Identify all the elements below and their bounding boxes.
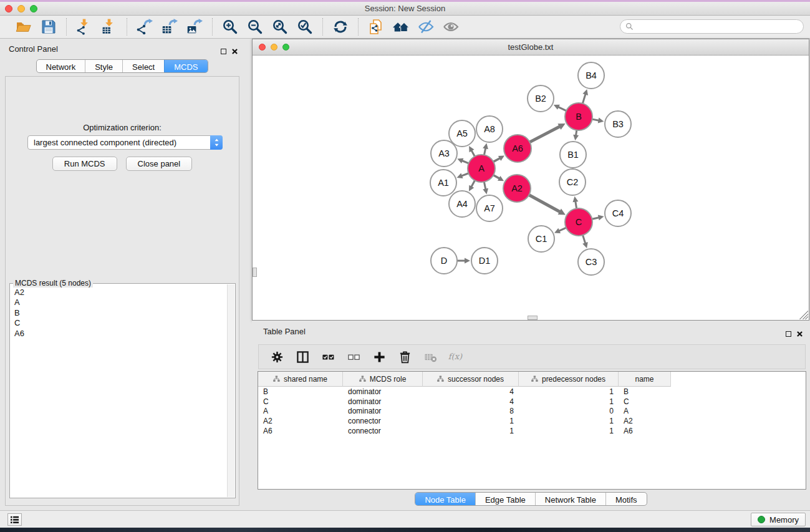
network-canvas[interactable]: B4B2BB3A5A8A6B1A3AC2A1A2A4A7C4CC1C3DD1	[253, 56, 808, 320]
edge-B-B1[interactable]	[576, 130, 577, 136]
table-row[interactable]: A6connector11A6	[258, 426, 806, 436]
add-button[interactable]	[371, 349, 387, 365]
edge-A-A3[interactable]	[462, 161, 469, 163]
edge-A-A1[interactable]	[461, 173, 468, 176]
show-details-button[interactable]	[441, 17, 461, 36]
graph-node-B1[interactable]: B1	[560, 142, 586, 168]
export-network-button[interactable]	[135, 17, 155, 36]
search-box[interactable]	[620, 19, 804, 34]
result-item[interactable]: A2	[14, 288, 227, 297]
edge-B-B4[interactable]	[582, 94, 586, 104]
memory-button[interactable]: Memory	[751, 513, 806, 526]
import-table-button[interactable]	[99, 17, 119, 36]
graph-node-A3[interactable]: A3	[431, 140, 457, 167]
close-panel-icon[interactable]	[232, 46, 238, 57]
edge-A-A4[interactable]	[471, 180, 475, 186]
tab-style[interactable]: Style	[85, 60, 122, 72]
refresh-button[interactable]	[330, 17, 350, 36]
graph-node-A4[interactable]: A4	[449, 191, 475, 217]
zoom-out-button[interactable]	[245, 17, 265, 36]
graph-node-A[interactable]: A	[468, 155, 495, 182]
hide-details-button[interactable]	[416, 17, 436, 36]
graph-node-B[interactable]: B	[565, 103, 592, 130]
edge-C-C4[interactable]	[592, 218, 599, 220]
graph-node-B3[interactable]: B3	[605, 111, 631, 137]
graph-node-C[interactable]: C	[565, 208, 592, 236]
float-table-panel-icon[interactable]	[786, 331, 791, 337]
result-item[interactable]: C	[14, 318, 227, 328]
task-history-button[interactable]	[7, 513, 22, 526]
run-mcds-button[interactable]: Run MCDS	[52, 157, 117, 171]
graph-node-A5[interactable]: A5	[449, 120, 475, 147]
edge-A-A8[interactable]	[484, 148, 485, 155]
left-scroll-grip[interactable]	[253, 268, 257, 277]
table-row[interactable]: Bdominator41B	[258, 387, 806, 397]
zoom-in-button[interactable]	[220, 17, 240, 36]
graph-node-A6[interactable]: A6	[504, 135, 531, 162]
table-row[interactable]: A2connector11A2	[258, 416, 806, 426]
edge-A-A6[interactable]	[493, 158, 500, 162]
graph-node-A2[interactable]: A2	[503, 175, 531, 202]
gear-button[interactable]	[269, 349, 285, 365]
graph-node-C4[interactable]: C4	[605, 200, 631, 226]
graph-node-A7[interactable]: A7	[476, 195, 503, 221]
graph-node-D1[interactable]: D1	[471, 248, 498, 274]
tab-edge-table[interactable]: Edge Table	[475, 493, 535, 505]
table-row[interactable]: Cdominator41C	[258, 397, 806, 407]
column-header[interactable]: shared name	[258, 372, 343, 387]
edge-C-C2[interactable]	[576, 201, 577, 209]
graph-node-B2[interactable]: B2	[528, 85, 554, 112]
edge-C-C1[interactable]	[559, 228, 566, 231]
edge-B-B3[interactable]	[592, 119, 599, 120]
edge-C-C3[interactable]	[583, 235, 586, 243]
result-item[interactable]: A6	[14, 329, 227, 339]
graph-node-C3[interactable]: C3	[578, 249, 604, 275]
save-button[interactable]	[39, 17, 59, 36]
edge-A-A5[interactable]	[471, 150, 475, 157]
float-panel-icon[interactable]	[221, 49, 226, 54]
export-table-button[interactable]	[160, 17, 180, 36]
clone-network-button[interactable]	[366, 17, 386, 36]
column-header[interactable]: successor nodes	[423, 372, 519, 387]
column-header[interactable]: name	[619, 372, 671, 387]
graph-node-C1[interactable]: C1	[528, 226, 554, 252]
deselect-all-button[interactable]	[345, 349, 362, 365]
edge-A2-C[interactable]	[529, 195, 560, 212]
edge-A-A7[interactable]	[484, 182, 485, 190]
result-item[interactable]: A	[14, 297, 227, 307]
close-table-panel-icon[interactable]	[797, 328, 803, 339]
tab-network-table[interactable]: Network Table	[535, 493, 605, 505]
tab-select[interactable]: Select	[122, 60, 164, 72]
zoom-selected-button[interactable]	[295, 17, 315, 36]
graph-node-C2[interactable]: C2	[559, 169, 586, 195]
trash-button[interactable]	[397, 349, 413, 365]
edge-A-A2[interactable]	[493, 175, 499, 179]
result-scrollbar[interactable]	[227, 284, 234, 497]
column-header[interactable]: predecessor nodes	[519, 372, 619, 387]
graph-node-A1[interactable]: A1	[430, 170, 456, 196]
graph-node-D[interactable]: D	[431, 248, 457, 274]
bottom-scroll-grip[interactable]	[528, 316, 538, 320]
graph-node-B4[interactable]: B4	[578, 62, 604, 89]
table-row[interactable]: Adominator80A	[258, 407, 806, 417]
export-image-button[interactable]	[185, 17, 205, 36]
edge-A6-B[interactable]	[530, 127, 560, 142]
home-button[interactable]	[391, 17, 411, 36]
network-graph[interactable]: B4B2BB3A5A8A6B1A3AC2A1A2A4A7C4CC1C3DD1	[253, 56, 808, 320]
zoom-fit-button[interactable]	[270, 17, 290, 36]
search-input[interactable]	[637, 22, 798, 31]
tab-mcds[interactable]: MCDS	[164, 60, 207, 72]
import-network-button[interactable]	[74, 17, 94, 36]
tab-network[interactable]: Network	[36, 60, 85, 72]
optimization-criterion-dropdown[interactable]: largest connected component (directed)	[27, 135, 223, 150]
columns-button[interactable]	[294, 349, 311, 365]
open-folder-button[interactable]	[14, 17, 34, 36]
tab-motifs[interactable]: Motifs	[605, 493, 647, 505]
edge-B-B2[interactable]	[558, 107, 566, 110]
column-header[interactable]: MCDS role	[343, 372, 423, 387]
result-item[interactable]: B	[14, 308, 227, 318]
select-all-button[interactable]	[320, 349, 336, 365]
graph-node-A8[interactable]: A8	[476, 116, 503, 142]
resize-grip-icon[interactable]	[799, 311, 808, 319]
close-panel-button[interactable]: Close panel	[126, 157, 193, 171]
